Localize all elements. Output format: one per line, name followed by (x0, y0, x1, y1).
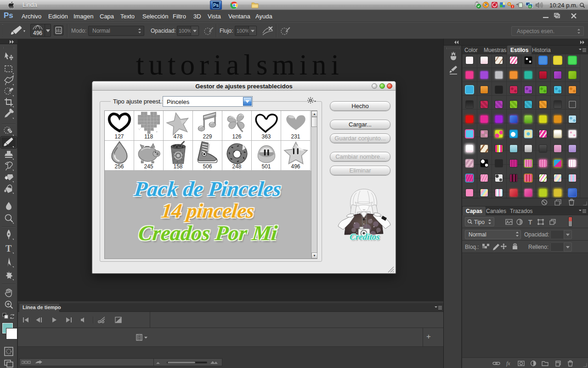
svg-text:T: T (6, 243, 12, 253)
svg-text:T: T (528, 218, 532, 225)
svg-text:fx: fx (506, 360, 510, 367)
